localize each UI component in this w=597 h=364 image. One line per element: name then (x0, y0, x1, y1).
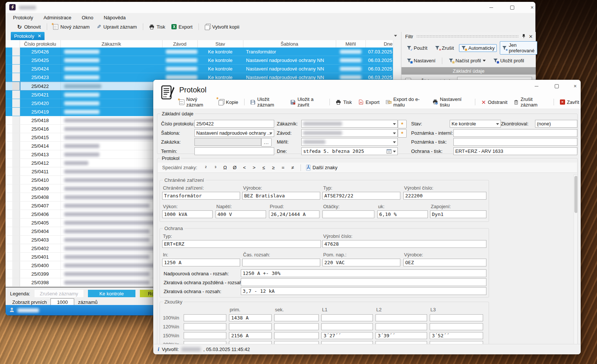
customer-select[interactable] (301, 120, 398, 128)
deadline-input[interactable] (194, 147, 274, 155)
dialog-save-close-button[interactable]: Uložit a zavřít (289, 96, 325, 108)
dialog-save-button[interactable]: Uložit záznam (249, 96, 286, 108)
column-header-meril[interactable]: Měřil (336, 40, 366, 47)
column-header-zakaznik[interactable]: Zákazník (60, 40, 163, 47)
maximize-button[interactable] (509, 4, 515, 11)
test-value-input[interactable] (274, 332, 319, 339)
wiring-input[interactable]: Dyn1 (430, 210, 486, 218)
dialog-close-button[interactable]: × (572, 83, 578, 89)
menu-item-administrace[interactable]: Administrace (43, 15, 71, 20)
test-value-input[interactable]: 3´52´´ (430, 332, 483, 339)
special-char-button[interactable]: = (279, 164, 287, 171)
column-header-cislo[interactable]: Číslo protokolu (20, 40, 61, 47)
test-value-input[interactable] (430, 323, 483, 330)
dialog-close-record-button[interactable]: ✕ Zavřít (558, 99, 581, 106)
device-type-input[interactable]: ATSE792/22 (322, 192, 400, 200)
scrollbar-thumb[interactable] (574, 176, 578, 213)
test-value-input[interactable] (184, 323, 226, 330)
test-value-input[interactable] (274, 314, 319, 321)
test-value-input[interactable]: 2156 A (229, 332, 272, 339)
power-input[interactable]: 1000 kVA (162, 210, 213, 218)
test-value-input[interactable]: 1438 A (229, 314, 272, 321)
dialog-maximize-button[interactable] (553, 83, 560, 89)
column-header-dne[interactable]: Dne (365, 40, 394, 47)
test-value-input[interactable] (274, 323, 319, 330)
export-button[interactable]: X Export (170, 23, 194, 30)
filter-auto-button[interactable]: Automaticky (459, 44, 497, 52)
special-char-button[interactable]: Ω (221, 164, 229, 171)
column-header-sablona[interactable]: Šablona (243, 40, 336, 47)
special-char-button[interactable]: ≤ (260, 164, 268, 171)
minimize-button[interactable] (488, 4, 495, 11)
plant-select[interactable] (301, 129, 398, 137)
test-value-input[interactable] (229, 323, 272, 330)
device-input[interactable]: Transformátor (162, 192, 240, 200)
test-value-input[interactable] (184, 314, 226, 321)
table-row[interactable]: 25/0426Ke kontroleTransformátor07.03.202… (6, 47, 400, 56)
special-char-button[interactable]: ³ (211, 164, 220, 171)
test-value-input[interactable] (184, 332, 226, 339)
close-button[interactable]: × (529, 4, 535, 11)
special-char-button[interactable]: ² (202, 164, 210, 171)
records-count-input[interactable]: 1000 (50, 298, 74, 306)
window-title-bar[interactable]: × (6, 2, 535, 13)
column-options-icon[interactable] (394, 35, 397, 37)
special-char-button[interactable]: < (240, 164, 249, 171)
dialog-minimize-button[interactable] (533, 83, 540, 89)
pin-icon[interactable] (522, 34, 526, 39)
create-copy-button[interactable]: Vytvořit kopii (203, 23, 241, 30)
rpm-input[interactable] (322, 210, 374, 218)
test-value-input[interactable] (321, 314, 373, 321)
filter-cancel-button[interactable]: × Zrušit (433, 44, 456, 52)
device-manufacturer-input[interactable]: BEZ Bratislava (242, 192, 320, 200)
special-char-button[interactable]: ≥ (269, 164, 278, 171)
dialog-print-button[interactable]: Tisk (334, 99, 353, 106)
menu-item-okno[interactable]: Okno (82, 15, 93, 20)
column-header-rowselector[interactable] (12, 40, 20, 47)
aux-voltage-input[interactable]: 220 VAC (322, 259, 400, 266)
time-range-input[interactable] (242, 259, 320, 266)
protection-type-input[interactable]: ERT+ERZ (162, 240, 321, 248)
customer-add-button[interactable]: * (398, 120, 407, 128)
special-char-button[interactable]: ≠ (289, 164, 297, 171)
test-value-input[interactable] (375, 323, 427, 330)
column-header-zavod[interactable]: Závod (162, 40, 198, 47)
voltage-input[interactable]: 400 V (216, 210, 266, 218)
uk-input[interactable]: 6,10 % (377, 210, 428, 218)
test-value-input[interactable] (321, 323, 373, 330)
protection-manufacturer-input[interactable]: OEZ (403, 259, 486, 266)
dialog-cancel-record-button[interactable]: Zrušit záznam (512, 96, 549, 108)
dialog-delete-button[interactable]: ✕ Odstranit (480, 99, 509, 106)
test-value-input[interactable] (375, 314, 427, 321)
special-char-button[interactable]: > (250, 164, 258, 171)
protection-print-input[interactable]: ERT+ERZ - ARV 1633 (453, 147, 577, 155)
test-value-input[interactable]: 3´27´´ (321, 332, 373, 339)
filter-preferred-button[interactable]: ★ Jen preferované (500, 41, 537, 55)
filter-load-profile-button[interactable]: Načíst profil (446, 57, 488, 65)
filter-apply-button[interactable]: ✓ Použít (404, 44, 430, 52)
protocol-number-input[interactable]: 25/0422 (194, 120, 274, 128)
tab-close-icon[interactable]: ✕ (37, 33, 41, 39)
filter-close-icon[interactable]: ✕ (529, 34, 533, 39)
print-button[interactable]: Tisk (148, 23, 167, 30)
note-print-input[interactable] (453, 138, 577, 146)
protection-serial-input[interactable]: 47628 (322, 240, 486, 248)
refresh-button[interactable]: ↻ Obnovit (15, 23, 42, 30)
device-serial-input[interactable]: 222200 (403, 192, 486, 200)
tab-protokoly[interactable]: Protokoly ✕ (11, 32, 45, 40)
order-input[interactable] (194, 138, 261, 146)
table-row[interactable]: 25/0424Ke kontroleNastavení nadproudové … (6, 65, 400, 73)
current-input[interactable]: 26,24/1444 A (269, 210, 319, 218)
short-delayed-range-input[interactable] (241, 278, 486, 286)
note-internal-input[interactable] (453, 129, 577, 137)
test-value-input[interactable]: 3´39´´ (375, 332, 427, 339)
table-row[interactable]: 25/0425Ke kontroleNastavení nadproudové … (6, 56, 400, 65)
checked-by-input[interactable]: (none) (535, 120, 577, 128)
in-input[interactable]: 1250 A (162, 259, 240, 266)
dialog-print-settings-button[interactable]: Nastavení tisku (431, 96, 470, 108)
test-value-input[interactable] (430, 314, 483, 321)
filter-save-profile-button[interactable]: Uložit profil (491, 57, 526, 65)
overcurrent-range-input[interactable]: 1250 A +- 30% (241, 269, 486, 277)
edit-record-button[interactable]: ✎ Upravit záznam (95, 23, 138, 30)
dialog-export-email-button[interactable]: Export do e-mailu (384, 96, 428, 108)
